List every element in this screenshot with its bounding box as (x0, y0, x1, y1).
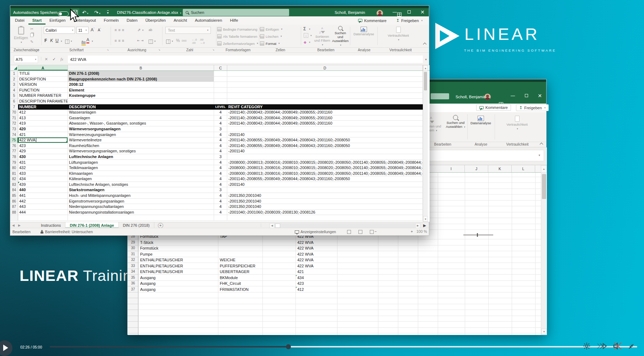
row-number[interactable]: 31 (128, 251, 138, 257)
tab-splitter-icon[interactable]: ⋮ (259, 223, 263, 227)
menu-tab[interactable]: Datei (11, 16, 28, 25)
cell-number[interactable]: 413 (18, 115, 68, 121)
cell-revit-category[interactable]: -2001140;-2008055;-2008049;-2008044;-200… (227, 137, 423, 143)
cell-subtype[interactable]: PUFFERSPEICHER (218, 263, 262, 269)
scroll-down-button[interactable]: ▼ (541, 329, 547, 334)
menu-tab[interactable]: Formeln (100, 16, 123, 25)
row-number[interactable]: 88 (10, 210, 18, 215)
cell-component[interactable]: ENTHALPIETAUSCHER (138, 269, 218, 275)
copy-icon[interactable] (30, 33, 33, 37)
zoom-in-button[interactable]: + (411, 229, 413, 234)
formula-expand-icon[interactable]: ▾ (425, 58, 427, 61)
table-row[interactable]: 88 444 Niederspannungsinstallationsanlag… (10, 210, 430, 215)
cell-number[interactable]: NUMBER (18, 104, 68, 110)
cell-revit-category[interactable] (227, 154, 423, 160)
table-row[interactable]: 29 T-Stück 422 WVA (128, 240, 541, 246)
name-box[interactable]: A75▾ (14, 56, 38, 63)
row-number[interactable]: 71 (10, 115, 18, 121)
progress-handle[interactable] (286, 344, 291, 349)
cell-level[interactable]: 4 (214, 176, 227, 182)
cell-revit-category[interactable]: -2001350;2001040 (227, 204, 423, 210)
scrollbar-thumb[interactable] (424, 72, 427, 90)
cell-description[interactable]: Niederspannungsinstallationsanlagen (68, 210, 214, 215)
table-row[interactable]: 74 421 Wärmeerzeugungsanlagen 4 -2001140 (10, 132, 430, 138)
table-row[interactable]: 85 441 Hoch- und Mittelspannungsanlagen … (10, 193, 430, 199)
cell-number[interactable]: 442 (18, 199, 68, 204)
row-number[interactable]: 6 (10, 99, 18, 104)
grow-font-button[interactable]: Aˆ (91, 27, 94, 32)
table-row[interactable]: 37 Ausgang FRIWASTATION 412 (128, 287, 541, 293)
table-row[interactable]: 83 439 Lufttechnische Anlagen, sonstiges… (10, 182, 430, 188)
cell-subtype[interactable] (218, 240, 262, 246)
underline-button[interactable]: U (55, 38, 59, 43)
menu-tab[interactable]: Einfügen (46, 16, 69, 25)
cell-subtype[interactable]: UEBERTRAGER (218, 269, 262, 275)
column-header-b[interactable]: B (68, 65, 214, 70)
cell-revit-category[interactable]: -2001350;2001040 (227, 199, 423, 204)
cell-revit-category[interactable] (227, 93, 423, 99)
cell-description[interactable]: Wärmeerzeugungsanlagen (68, 132, 214, 138)
cell-level[interactable]: 4 (214, 199, 227, 204)
cell-level[interactable] (214, 71, 227, 77)
cell-level[interactable] (214, 99, 227, 104)
cell-number[interactable]: NUMBER PARAMETER (18, 93, 68, 99)
column-header-c[interactable]: C (214, 65, 227, 70)
scroll-right-button[interactable]: ▶ (415, 223, 420, 228)
cell-level[interactable]: 4 (214, 210, 227, 215)
table-row[interactable]: 82 434 Kälteanlagen 4 -2001140;-2008055;… (10, 176, 430, 182)
column-header-a[interactable]: A (18, 65, 68, 70)
comma-style-button[interactable]: 000 (182, 39, 186, 42)
cell-number[interactable]: TITLE (18, 71, 68, 77)
progress-bar[interactable] (50, 346, 637, 347)
row-number[interactable]: 75 (10, 137, 18, 143)
bold-button[interactable]: F (44, 38, 47, 43)
table-row[interactable]: 6 DESCRIPTION PARAMETER (10, 99, 430, 104)
autosave-toggle[interactable] (58, 11, 69, 16)
vertical-scrollbar[interactable]: ▼ (541, 173, 547, 335)
table-row[interactable]: 80 432 Teilklimaanlagen 4 -2008000;-2008… (10, 165, 430, 171)
row-number[interactable]: 36 (128, 281, 138, 287)
column-header-j[interactable]: J (465, 165, 488, 172)
cell-subtype[interactable]: FRIWASTATION (218, 287, 262, 293)
formula-expand-icon[interactable]: ▾ (538, 153, 540, 157)
row-number[interactable]: 34 (128, 269, 138, 275)
cell-revit-category[interactable] (227, 99, 423, 104)
cell-revit-category[interactable] (227, 88, 423, 93)
format-painter-icon[interactable]: ✎ (30, 40, 33, 44)
row-number[interactable]: 87 (10, 204, 18, 210)
cell-component[interactable]: Ausgang (138, 281, 218, 287)
row-number[interactable]: 81 (10, 171, 18, 177)
style-item[interactable]: Zellenformatvorlagen ▾ (217, 40, 258, 47)
cell-description[interactable]: Lufttechnische Anlagen (68, 154, 214, 160)
cell-level[interactable] (214, 93, 227, 99)
sort-filter-button[interactable]: AZ Sortieren und Filtern ▾ (313, 26, 331, 47)
cell-level[interactable]: 3 (214, 154, 227, 160)
row-number[interactable]: 7 (10, 104, 18, 110)
display-settings-button[interactable]: Anzeigeeinstellungen (295, 230, 336, 234)
cell-subtype[interactable]: BKModule (218, 275, 262, 281)
row-number[interactable]: 85 (10, 193, 18, 199)
data-analysis-button[interactable]: Datenanalyse (352, 27, 376, 36)
increase-decimal-icon[interactable]: ←.0.00 (192, 38, 197, 44)
cell-empty[interactable] (262, 257, 296, 263)
cell-level[interactable]: 4 (214, 137, 227, 143)
row-number[interactable]: 86 (10, 199, 18, 204)
cell-number[interactable]: 412 (18, 110, 68, 115)
vertical-scrollbar[interactable]: ▲ ▼ (423, 65, 428, 222)
cell-subtype[interactable]: WEICHE (218, 257, 262, 263)
cell-description[interactable]: Kostengruppe (68, 93, 214, 99)
table-row[interactable]: 30 Formstück 422 WVA (128, 245, 541, 251)
cell-revit-category[interactable] (227, 187, 423, 193)
minimize-button[interactable]: — (391, 8, 399, 16)
style-item[interactable]: Als Tabelle formatieren ▾ (217, 33, 258, 40)
shrink-font-button[interactable]: Aˇ (98, 28, 101, 32)
cell-number[interactable]: DESCRIPTION PARAMETER (18, 99, 68, 104)
cell-description[interactable]: Klimaanlagen (68, 171, 214, 177)
table-row[interactable]: 34 ENTHALPIETAUSCHER UEBERTRAGER 421 (128, 269, 541, 275)
table-row[interactable]: 7 NUMBER DESCRIPTION LEVEL REVIT CATEGOR… (10, 104, 430, 110)
search-box[interactable] (183, 9, 289, 16)
menu-tab[interactable]: Hilfe (226, 16, 242, 25)
borders-icon[interactable] (65, 40, 69, 44)
collapse-ribbon-icon[interactable] (540, 143, 543, 146)
cell-description[interactable] (68, 99, 214, 104)
